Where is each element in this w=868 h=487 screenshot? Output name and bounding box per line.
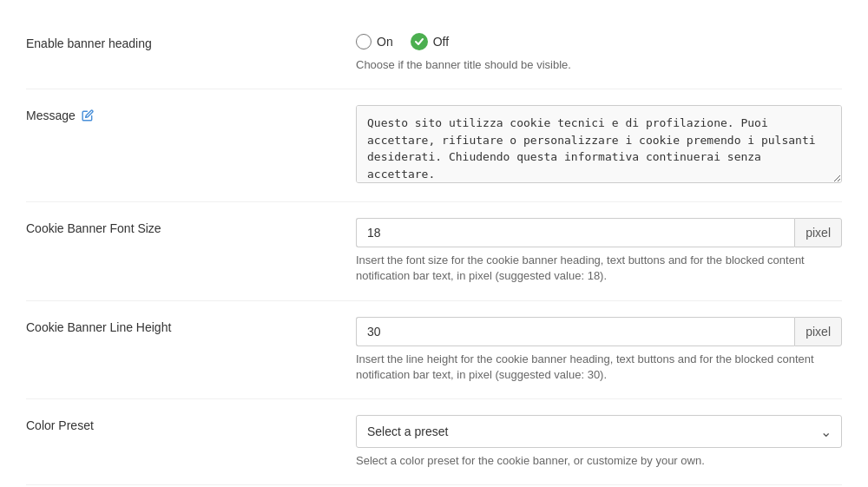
- suffix-cookie-banner-line-height: pixel: [794, 317, 842, 346]
- select-color-preset[interactable]: Select a preset: [356, 415, 842, 448]
- control-cookie-banner-line-height: pixelInsert the line height for the cook…: [356, 317, 842, 383]
- hint-color-preset: Select a color preset for the cookie ban…: [356, 453, 842, 469]
- radio-label-on: On: [377, 35, 393, 49]
- hint-enable-banner-heading: Choose if the banner title should be vis…: [356, 57, 842, 73]
- control-message: Questo sito utilizza cookie tecnici e di…: [356, 105, 842, 186]
- hint-cookie-banner-font-size: Insert the font size for the cookie bann…: [356, 253, 842, 284]
- settings-container: Enable banner headingOnOffChoose if the …: [26, 17, 842, 487]
- label-enable-banner-heading: Enable banner heading: [26, 33, 356, 50]
- control-cookie-banner-font-size: pixelInsert the font size for the cookie…: [356, 218, 842, 284]
- radio-option-on[interactable]: On: [356, 34, 393, 49]
- input-cookie-banner-font-size[interactable]: [356, 218, 794, 247]
- label-color-preset: Color Preset: [26, 415, 356, 432]
- radio-input-on[interactable]: [356, 34, 372, 49]
- label-cookie-banner-font-size: Cookie Banner Font Size: [26, 218, 356, 235]
- row-cookie-banner-line-height: Cookie Banner Line HeightpixelInsert the…: [26, 301, 842, 399]
- radio-option-off[interactable]: Off: [411, 33, 449, 50]
- suffix-cookie-banner-font-size: pixel: [794, 218, 842, 247]
- input-wrapper-cookie-banner-line-height: pixel: [356, 317, 842, 346]
- row-cookie-banner-font-size: Cookie Banner Font SizepixelInsert the f…: [26, 202, 842, 300]
- label-text-message: Message: [26, 109, 76, 122]
- radio-group-banner-heading: OnOff: [356, 33, 842, 50]
- edit-icon[interactable]: [81, 109, 95, 122]
- row-enable-banner-heading: Enable banner headingOnOffChoose if the …: [26, 17, 842, 89]
- input-wrapper-cookie-banner-font-size: pixel: [356, 218, 842, 247]
- label-text-cookie-banner-font-size: Cookie Banner Font Size: [26, 221, 161, 235]
- label-text-enable-banner-heading: Enable banner heading: [26, 36, 152, 50]
- label-text-color-preset: Color Preset: [26, 418, 94, 432]
- radio-label-off: Off: [433, 35, 449, 49]
- row-color-preset: Color PresetSelect a preset⌄Select a col…: [26, 399, 842, 485]
- control-color-preset: Select a preset⌄Select a color preset fo…: [356, 415, 842, 469]
- row-message: MessageQuesto sito utilizza cookie tecni…: [26, 89, 842, 202]
- label-cookie-banner-line-height: Cookie Banner Line Height: [26, 317, 356, 334]
- label-message: Message: [26, 105, 356, 122]
- input-cookie-banner-line-height[interactable]: [356, 317, 794, 346]
- hint-cookie-banner-line-height: Insert the line height for the cookie ba…: [356, 352, 842, 383]
- select-wrapper-color-preset: Select a preset⌄: [356, 415, 842, 448]
- check-icon: [411, 33, 428, 50]
- control-enable-banner-heading: OnOffChoose if the banner title should b…: [356, 33, 842, 73]
- label-text-cookie-banner-line-height: Cookie Banner Line Height: [26, 320, 171, 334]
- message-textarea[interactable]: Questo sito utilizza cookie tecnici e di…: [356, 105, 842, 183]
